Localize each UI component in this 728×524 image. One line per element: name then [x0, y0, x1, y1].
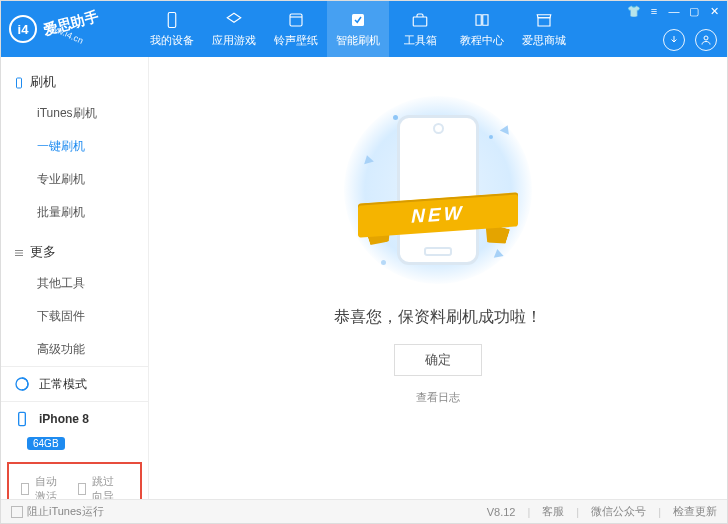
tab-store[interactable]: 爱思商城 [513, 1, 575, 57]
tab-label: 我的设备 [150, 33, 194, 48]
tab-smart-flash[interactable]: 智能刷机 [327, 1, 389, 57]
tab-label: 教程中心 [460, 33, 504, 48]
maximize-icon[interactable]: ▢ [687, 4, 701, 18]
tab-toolbox[interactable]: 工具箱 [389, 1, 451, 57]
section-title: 更多 [30, 243, 56, 261]
device-mode[interactable]: 正常模式 [1, 367, 148, 401]
status-bar: 阻止iTunes运行 V8.12 | 客服 | 微信公众号 | 检查更新 [1, 499, 727, 523]
tab-my-device[interactable]: 我的设备 [141, 1, 203, 57]
checkbox-auto-activate[interactable] [21, 483, 29, 495]
store-icon [534, 10, 554, 30]
sidebar: 刷机 iTunes刷机 一键刷机 专业刷机 批量刷机 更多 其他工具 下载固件 … [1, 57, 149, 499]
success-message: 恭喜您，保资料刷机成功啦！ [334, 307, 542, 328]
sidebar-item-download-fw[interactable]: 下载固件 [1, 300, 148, 333]
more-section-icon [13, 247, 24, 258]
apps-icon [224, 10, 244, 30]
svg-rect-3 [413, 17, 427, 26]
flash-section-icon [13, 77, 24, 88]
device-info[interactable]: iPhone 8 [1, 401, 148, 436]
new-ribbon: NEW [358, 190, 518, 236]
view-log-link[interactable]: 查看日志 [416, 390, 460, 405]
sidebar-section-more[interactable]: 更多 [1, 237, 148, 267]
menu-icon[interactable]: ≡ [647, 4, 661, 18]
section-title: 刷机 [30, 73, 56, 91]
checkbox-skip-guide[interactable] [78, 483, 86, 495]
toolbox-icon [410, 10, 430, 30]
tab-label: 智能刷机 [336, 33, 380, 48]
sidebar-item-other-tools[interactable]: 其他工具 [1, 267, 148, 300]
support-link[interactable]: 客服 [542, 504, 564, 519]
mode-icon [13, 375, 31, 393]
sidebar-item-oneclick-flash[interactable]: 一键刷机 [1, 130, 148, 163]
tab-label: 工具箱 [404, 33, 437, 48]
tab-ring-wallpaper[interactable]: 铃声壁纸 [265, 1, 327, 57]
success-illustration: NEW [343, 95, 533, 285]
phone-icon [13, 410, 31, 428]
wechat-link[interactable]: 微信公众号 [591, 504, 646, 519]
tutorial-icon [472, 10, 492, 30]
logo-icon: i4 [9, 15, 37, 43]
storage-badge: 64GB [27, 437, 65, 450]
ok-button[interactable]: 确定 [394, 344, 482, 376]
download-icon[interactable] [663, 29, 685, 51]
skin-icon[interactable]: 👕 [627, 4, 641, 18]
mode-label: 正常模式 [39, 376, 87, 393]
version-label: V8.12 [487, 506, 516, 518]
sidebar-item-pro-flash[interactable]: 专业刷机 [1, 163, 148, 196]
sidebar-item-batch-flash[interactable]: 批量刷机 [1, 196, 148, 229]
block-itunes-label: 阻止iTunes运行 [27, 504, 104, 519]
check-update-link[interactable]: 检查更新 [673, 504, 717, 519]
sidebar-section-flash[interactable]: 刷机 [1, 67, 148, 97]
svg-rect-10 [19, 412, 26, 425]
sidebar-item-itunes-flash[interactable]: iTunes刷机 [1, 97, 148, 130]
header-tabs: 我的设备 应用游戏 铃声壁纸 智能刷机 工具箱 教程中心 [141, 1, 575, 57]
flash-icon [348, 10, 368, 30]
app-header: i4 爱思助手 www.i4.cn 我的设备 应用游戏 铃声壁纸 智能刷机 [1, 1, 727, 57]
tab-apps-games[interactable]: 应用游戏 [203, 1, 265, 57]
user-icon[interactable] [695, 29, 717, 51]
close-icon[interactable]: ✕ [707, 4, 721, 18]
checkbox-block-itunes[interactable] [11, 506, 23, 518]
device-name: iPhone 8 [39, 412, 89, 426]
device-icon [162, 10, 182, 30]
svg-rect-0 [168, 13, 176, 28]
svg-point-4 [704, 36, 708, 40]
tab-label: 铃声壁纸 [274, 33, 318, 48]
minimize-icon[interactable]: — [667, 4, 681, 18]
tab-label: 爱思商城 [522, 33, 566, 48]
sidebar-item-advanced[interactable]: 高级功能 [1, 333, 148, 366]
main-content: NEW 恭喜您，保资料刷机成功啦！ 确定 查看日志 [149, 57, 727, 499]
svg-rect-5 [17, 78, 22, 88]
tab-label: 应用游戏 [212, 33, 256, 48]
wallpaper-icon [286, 10, 306, 30]
svg-rect-1 [290, 14, 302, 26]
tab-tutorial[interactable]: 教程中心 [451, 1, 513, 57]
logo[interactable]: i4 爱思助手 www.i4.cn [9, 15, 129, 43]
